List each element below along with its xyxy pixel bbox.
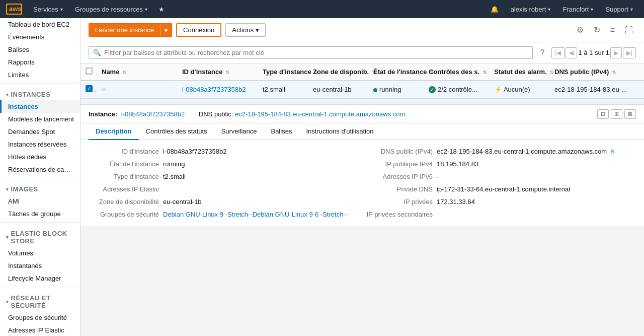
network-triangle-icon[interactable]: ▾ xyxy=(6,299,9,304)
detail-row-private-ip-secondary: IP privées secondaires xyxy=(362,209,636,220)
security-group-link[interactable]: Debian GNU-Linux 9 -Stretch--Debian GNU-… xyxy=(163,211,348,218)
horizontal-scrollbar[interactable] xyxy=(80,98,644,104)
sidebar-item-reports[interactable]: Rapports xyxy=(0,56,80,69)
sidebar-item-elastic-ips[interactable]: Adresses IP Elastic xyxy=(0,324,80,336)
detail-row-zone: Zone de disponibilité eu-central-1b xyxy=(89,196,362,207)
launch-instance-button[interactable]: Lancer une instance xyxy=(89,23,160,37)
services-chevron-icon: ▾ xyxy=(60,7,63,12)
refresh-icon[interactable]: ↻ xyxy=(591,24,603,36)
sidebar-item-spot[interactable]: Demandes Spot xyxy=(0,125,80,138)
detail-dns-value[interactable]: ec2-18-195-184-83.eu-central-1.compute.a… xyxy=(235,110,405,118)
table-body: ✓ ✏ i-08b48a3f7237358b2 t2.small eu-cent… xyxy=(80,81,644,98)
cell-state: running xyxy=(368,81,424,98)
col-header-dns[interactable]: DNS public (IPv4) ⇅ xyxy=(549,63,644,81)
sidebar-item-lifecycle[interactable]: Lifecycle Manager xyxy=(0,272,80,285)
detail-row-dns-public: DNS public (IPv4) ec2-18-195-184-83.eu-c… xyxy=(362,146,636,157)
notification-icon[interactable]: 🔔 xyxy=(486,4,504,15)
cell-instance-id[interactable]: i-08b48a3f7237358b2 xyxy=(177,81,258,98)
cell-type: t2.small xyxy=(258,81,308,98)
cell-checks: ✓2/2 contrôle... xyxy=(424,81,489,98)
first-page-button[interactable]: |◀ xyxy=(551,47,565,58)
connect-button[interactable]: Connexion xyxy=(176,23,221,37)
sidebar-item-capacity[interactable]: Réservations de capacité xyxy=(0,163,80,176)
col-header-checks[interactable]: Contrôles des s. ⇅ xyxy=(424,63,489,81)
tab-usage[interactable]: Instructions d'utilisation xyxy=(299,123,380,140)
col-header-zone[interactable]: Zone de disponib. ⇅ xyxy=(308,63,368,81)
detail-instance-header: Instance: i-08b48a3f7237358b2 DNS public… xyxy=(80,105,644,123)
tab-tags[interactable]: Balises xyxy=(264,123,299,140)
sidebar-item-tags[interactable]: Balises xyxy=(0,43,80,56)
services-menu[interactable]: Services ▾ xyxy=(28,4,68,15)
sidebar-item-instances[interactable]: Instances xyxy=(0,100,80,113)
actions-button[interactable]: Actions ▾ xyxy=(225,23,266,37)
sidebar-item-ami[interactable]: AMI xyxy=(0,195,80,208)
search-input[interactable] xyxy=(104,49,528,56)
row-checkbox-cell[interactable]: ✓ xyxy=(80,81,97,98)
col-header-type[interactable]: Type d'instance ⇅ xyxy=(258,63,308,81)
main-content: Lancer une instance ▾ Connexion Actions … xyxy=(80,18,644,336)
header-checkbox[interactable] xyxy=(86,68,93,75)
sidebar-item-events[interactable]: Événements xyxy=(0,31,80,43)
divider-2 xyxy=(0,178,80,178)
launch-instance-dropdown[interactable]: ▾ xyxy=(160,23,172,37)
sidebar-item-dashboard[interactable]: Tableau de bord EC2 xyxy=(0,18,80,31)
select-all-checkbox-header[interactable] xyxy=(80,63,97,81)
next-page-button[interactable]: ▶ xyxy=(610,47,622,58)
sidebar-item-launch-templates[interactable]: Modèles de lancement xyxy=(0,113,80,125)
instances-section-header: ▾ INSTANCES xyxy=(0,86,80,100)
svg-text:aws: aws xyxy=(9,5,21,13)
ebs-triangle-icon[interactable]: ▾ xyxy=(6,235,9,240)
panel-view-icons: ⊟ ⊞ ⊠ xyxy=(597,109,636,119)
sidebar-item-reserved[interactable]: Instances réservées xyxy=(0,138,80,151)
settings-icon[interactable]: ⚙ xyxy=(574,24,587,36)
col-header-instance-id[interactable]: ID d'instance ⇅ xyxy=(177,63,258,81)
instances-triangle-icon[interactable]: ▾ xyxy=(6,92,9,97)
last-page-button[interactable]: ▶| xyxy=(623,47,636,58)
dns-sort-icon: ⇅ xyxy=(612,70,616,75)
fullscreen-icon[interactable]: ⛶ xyxy=(622,25,636,36)
col-header-alarm[interactable]: Statut des alarm. ⇅ xyxy=(489,63,549,81)
id-sort-icon: ⇅ xyxy=(225,70,229,75)
detail-description-content: ID d'instance i-08b48a3f7237358b2 État d… xyxy=(80,140,644,226)
gear-icon[interactable]: ≡ xyxy=(607,25,618,36)
copy-dns-icon[interactable]: ⎘ xyxy=(611,148,614,155)
tab-status-checks[interactable]: Contrôles des statuts xyxy=(139,123,214,140)
sidebar-item-volumes[interactable]: Volumes xyxy=(0,247,80,259)
sidebar-item-security-groups[interactable]: Groupes de sécurité xyxy=(0,311,80,324)
sidebar-item-dedicated[interactable]: Hôtes dédiés xyxy=(0,151,80,163)
divider-3 xyxy=(0,222,80,223)
sidebar-item-snapshots[interactable]: Instantanés xyxy=(0,259,80,272)
col-header-state[interactable]: État de l'instance ⇅ xyxy=(368,63,424,81)
detail-row-private-dns: Private DNS ip-172-31-33-64.eu-central-1… xyxy=(362,184,636,194)
resource-groups-menu[interactable]: Groupes de ressources ▾ xyxy=(70,4,152,15)
user-menu[interactable]: alexis robert ▾ xyxy=(506,4,556,15)
search-input-wrap[interactable]: 🔍 xyxy=(89,46,533,59)
tab-monitoring[interactable]: Surveillance xyxy=(214,123,264,140)
images-triangle-icon[interactable]: ▾ xyxy=(6,187,9,192)
prev-page-button[interactable]: ◀ xyxy=(566,47,577,58)
pagination-controls: |◀ ◀ 1 à 1 sur 1 ▶ ▶| xyxy=(551,47,636,58)
launch-instance-group: Lancer une instance ▾ xyxy=(89,23,172,37)
sidebar-item-limits[interactable]: Limites xyxy=(0,69,80,81)
region-menu[interactable]: Francfort ▾ xyxy=(557,4,598,15)
tab-description[interactable]: Description xyxy=(89,123,139,140)
table-row[interactable]: ✓ ✏ i-08b48a3f7237358b2 t2.small eu-cent… xyxy=(80,81,644,98)
detail-instance-id[interactable]: i-08b48a3f7237358b2 xyxy=(121,110,185,118)
edit-name-icon[interactable]: ✏ xyxy=(102,86,107,93)
panel-view-icon-3[interactable]: ⊠ xyxy=(624,109,636,119)
help-icon[interactable]: ? xyxy=(537,47,547,58)
alarm-sort-icon: ⇅ xyxy=(549,70,553,75)
detail-row-ipv6: Adresses IP IPv6 - xyxy=(362,171,636,182)
divider-1 xyxy=(0,83,80,84)
detail-row-id: ID d'instance i-08b48a3f7237358b2 xyxy=(89,146,362,157)
detail-tabs: Description Contrôles des statuts Survei… xyxy=(80,123,644,140)
panel-view-icon-1[interactable]: ⊟ xyxy=(597,109,609,119)
support-menu[interactable]: Support ▾ xyxy=(600,4,638,15)
detail-row-private-ip: IP privées 172.31.33.64 xyxy=(362,196,636,207)
panel-view-icon-2[interactable]: ⊞ xyxy=(611,109,622,119)
sidebar-item-group-tasks[interactable]: Tâches de groupe xyxy=(0,208,80,220)
col-header-name[interactable]: Name ⇅ xyxy=(97,63,177,81)
favorites-icon[interactable]: ★ xyxy=(154,4,169,15)
actions-chevron-icon: ▾ xyxy=(256,26,259,34)
search-bar: 🔍 ? |◀ ◀ 1 à 1 sur 1 ▶ ▶| xyxy=(80,42,644,63)
